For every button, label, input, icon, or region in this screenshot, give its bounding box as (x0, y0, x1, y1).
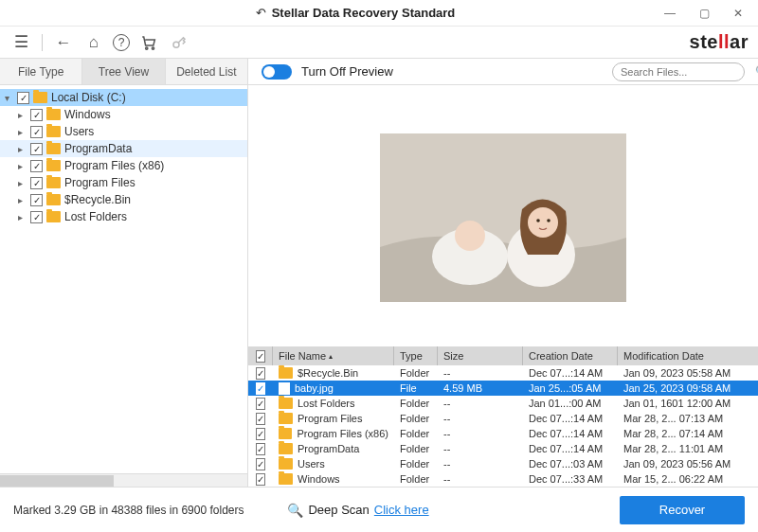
folder-icon (279, 443, 293, 454)
tab-file-type[interactable]: File Type (0, 59, 82, 84)
titlebar: ↶ Stellar Data Recovery Standard ― ▢ ✕ (0, 0, 758, 27)
cell-creation-date: Jan 25...:05 AM (523, 381, 618, 396)
row-checkbox-cell[interactable]: ✓ (248, 441, 273, 456)
table-row[interactable]: ✓WindowsFolder--Dec 07...:33 AMMar 15, 2… (248, 471, 758, 487)
expand-icon[interactable]: ▾ (0, 93, 13, 103)
header-type[interactable]: Type (394, 346, 438, 365)
maximize-button[interactable]: ▢ (688, 3, 720, 24)
checkbox[interactable]: ✓ (256, 382, 265, 395)
row-checkbox-cell[interactable]: ✓ (248, 411, 273, 426)
checkbox[interactable]: ✓ (256, 413, 265, 425)
table-row[interactable]: ✓$Recycle.BinFolder--Dec 07...:14 AMJan … (248, 365, 758, 381)
checkbox[interactable]: ✓ (30, 177, 43, 189)
search-box[interactable]: 🔍 (612, 62, 745, 81)
header-name[interactable]: File Name▴ (273, 346, 394, 365)
checkbox[interactable]: ✓ (256, 398, 265, 410)
tree-item-label: Program Files (64, 176, 135, 189)
table-row[interactable]: ✓Program Files (x86)Folder--Dec 07...:14… (248, 426, 758, 441)
cell-creation-date: Dec 07...:14 AM (523, 441, 618, 456)
row-checkbox-cell[interactable]: ✓ (248, 365, 273, 381)
tab-deleted-list[interactable]: Deleted List (166, 59, 248, 84)
cart-icon[interactable] (137, 31, 160, 54)
tree-item[interactable]: ▸✓Program Files (0, 174, 247, 191)
horizontal-scrollbar[interactable] (0, 473, 247, 487)
tree-item[interactable]: ▸✓ProgramData (0, 140, 247, 157)
row-checkbox-cell[interactable]: ✓ (248, 471, 273, 487)
expand-icon[interactable]: ▸ (13, 195, 27, 205)
checkbox[interactable]: ✓ (30, 143, 43, 155)
tree-item[interactable]: ▸✓Lost Folders (0, 208, 247, 225)
header-size[interactable]: Size (438, 346, 523, 365)
brand-logo: stellar (690, 31, 749, 53)
preview-toggle[interactable] (262, 64, 292, 80)
recover-button[interactable]: Recover (620, 496, 745, 524)
grid-header: ✓ File Name▴ Type Size Creation Date Mod… (248, 346, 758, 365)
cell-modification-date: Jan 01, 1601 12:00 AM (618, 396, 758, 411)
footer: Marked 3.29 GB in 48388 files in 6900 fo… (0, 487, 758, 532)
svg-point-6 (455, 221, 485, 251)
home-icon[interactable]: ⌂ (82, 31, 105, 54)
file-name-label: baby.jpg (295, 382, 334, 394)
cell-size: -- (438, 426, 523, 441)
checkbox[interactable]: ✓ (256, 428, 265, 440)
cell-type: Folder (394, 411, 438, 426)
help-icon[interactable]: ? (113, 34, 130, 51)
folder-icon (46, 211, 61, 222)
folder-icon (46, 126, 61, 137)
row-checkbox-cell[interactable]: ✓ (248, 396, 273, 411)
cell-creation-date: Dec 07...:14 AM (523, 411, 618, 426)
checkbox[interactable]: ✓ (17, 92, 29, 104)
checkbox[interactable]: ✓ (256, 458, 265, 470)
minimize-button[interactable]: ― (654, 3, 686, 24)
checkbox[interactable]: ✓ (30, 126, 43, 138)
row-checkbox-cell[interactable]: ✓ (248, 426, 273, 441)
back-icon[interactable]: ← (52, 31, 75, 54)
tree-item[interactable]: ▾✓Local Disk (C:) (0, 89, 247, 106)
folder-icon (279, 398, 293, 409)
toolbar: ☰ ← ⌂ ? stellar (0, 27, 758, 59)
scrollbar-thumb[interactable] (0, 475, 114, 487)
expand-icon[interactable]: ▸ (13, 178, 27, 188)
tree-item[interactable]: ▸✓Users (0, 123, 247, 140)
expand-icon[interactable]: ▸ (13, 161, 27, 171)
table-row[interactable]: ✓Lost FoldersFolder--Jan 01...:00 AMJan … (248, 396, 758, 411)
close-button[interactable]: ✕ (722, 3, 754, 24)
cell-name: Users (273, 456, 394, 471)
search-input[interactable] (621, 66, 751, 78)
checkbox[interactable]: ✓ (30, 160, 43, 172)
menu-icon[interactable]: ☰ (9, 31, 32, 54)
checkbox[interactable]: ✓ (256, 443, 265, 455)
checkbox[interactable]: ✓ (30, 211, 43, 223)
checkbox[interactable]: ✓ (30, 109, 43, 121)
header-modification-date[interactable]: Modification Date (618, 346, 758, 365)
row-checkbox-cell[interactable]: ✓ (248, 456, 273, 471)
content-pane: ✓ File Name▴ Type Size Creation Date Mod… (248, 85, 758, 487)
svg-point-11 (547, 219, 550, 222)
key-icon[interactable] (168, 31, 190, 54)
tree-item[interactable]: ▸✓Program Files (x86) (0, 157, 247, 174)
cell-size: -- (438, 471, 523, 487)
checkbox[interactable]: ✓ (30, 194, 43, 206)
expand-icon[interactable]: ▸ (13, 212, 27, 222)
expand-icon[interactable]: ▸ (13, 144, 27, 154)
table-row[interactable]: ✓baby.jpgFile4.59 MBJan 25...:05 AMJan 2… (248, 381, 758, 396)
expand-icon[interactable]: ▸ (13, 110, 27, 120)
expand-icon[interactable]: ▸ (13, 127, 27, 137)
tree-item[interactable]: ▸✓Windows (0, 106, 247, 123)
header-creation-date[interactable]: Creation Date (523, 346, 618, 365)
deep-scan: 🔍 Deep Scan Click here (287, 503, 428, 518)
checkbox[interactable]: ✓ (256, 473, 265, 486)
cell-name: Program Files (x86) (273, 426, 394, 441)
checkbox[interactable]: ✓ (256, 367, 265, 380)
table-row[interactable]: ✓ProgramDataFolder--Dec 07...:14 AMMar 2… (248, 441, 758, 456)
table-row[interactable]: ✓Program FilesFolder--Dec 07...:14 AMMar… (248, 411, 758, 426)
row-checkbox-cell[interactable]: ✓ (248, 381, 273, 396)
folder-icon (279, 458, 293, 470)
tree-item[interactable]: ▸✓$Recycle.Bin (0, 191, 247, 208)
select-all-checkbox[interactable]: ✓ (256, 350, 265, 363)
cell-size: -- (438, 411, 523, 426)
table-row[interactable]: ✓UsersFolder--Dec 07...:03 AMJan 09, 202… (248, 456, 758, 471)
deep-scan-link[interactable]: Click here (374, 503, 429, 517)
header-checkbox-cell[interactable]: ✓ (248, 346, 273, 365)
tab-tree-view[interactable]: Tree View (82, 59, 165, 84)
